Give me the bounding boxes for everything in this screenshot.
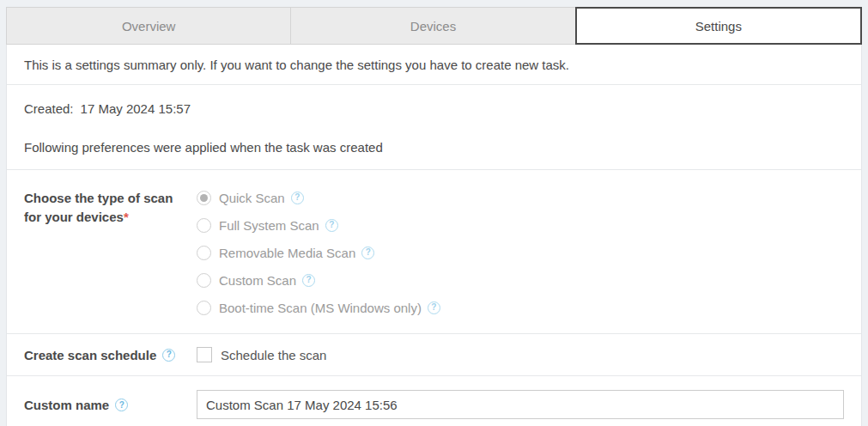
required-asterisk: * xyxy=(124,210,129,224)
settings-content: This is a settings summary only. If you … xyxy=(6,45,862,426)
settings-panel: Overview Devices Settings This is a sett… xyxy=(6,7,862,426)
scan-type-label: Choose the type of scan for your devices… xyxy=(24,189,197,316)
help-icon[interactable]: ? xyxy=(162,349,175,362)
help-icon[interactable]: ? xyxy=(428,301,440,314)
custom-name-label-group: Custom name ? xyxy=(24,390,197,412)
help-icon[interactable]: ? xyxy=(361,246,374,259)
custom-name-input[interactable] xyxy=(197,390,844,419)
preferences-note: Following preferences were applied when … xyxy=(24,140,844,155)
created-label: Created: xyxy=(24,101,74,116)
schedule-row: Create scan schedule ? Schedule the scan xyxy=(7,334,861,376)
radio-button[interactable] xyxy=(197,273,211,288)
help-icon[interactable]: ? xyxy=(325,219,338,232)
schedule-checkbox-label: Schedule the scan xyxy=(221,348,326,362)
radio-option-removable-media-scan[interactable]: Removable Media Scan ? xyxy=(197,244,440,261)
created-row: Created:17 May 2024 15:57 Following pref… xyxy=(7,85,861,170)
schedule-checkbox[interactable] xyxy=(197,347,212,362)
summary-note: This is a settings summary only. If you … xyxy=(24,58,569,72)
radio-dot xyxy=(200,194,208,202)
created-value: 17 May 2024 15:57 xyxy=(81,101,191,116)
tab-devices-label: Devices xyxy=(410,19,456,33)
tab-overview-label: Overview xyxy=(122,19,176,33)
radio-option-custom-scan[interactable]: Custom Scan ? xyxy=(197,271,440,289)
radio-label: Removable Media Scan xyxy=(219,246,355,260)
tab-overview[interactable]: Overview xyxy=(6,7,291,45)
radio-label: Quick Scan xyxy=(219,191,285,205)
tab-devices[interactable]: Devices xyxy=(290,7,575,45)
radio-option-boot-time-scan[interactable]: Boot-time Scan (MS Windows only) ? xyxy=(197,299,440,316)
radio-button[interactable] xyxy=(197,191,211,205)
tab-strip: Overview Devices Settings xyxy=(6,7,862,45)
custom-name-label: Custom name xyxy=(24,398,109,412)
tab-settings[interactable]: Settings xyxy=(575,7,862,45)
summary-note-row: This is a settings summary only. If you … xyxy=(7,45,861,85)
radio-option-quick-scan[interactable]: Quick Scan ? xyxy=(197,189,440,206)
radio-label: Full System Scan xyxy=(219,218,319,233)
created-line: Created:17 May 2024 15:57 xyxy=(24,101,844,116)
help-icon[interactable]: ? xyxy=(291,192,304,204)
scan-type-row: Choose the type of scan for your devices… xyxy=(7,170,861,334)
schedule-label-group: Create scan schedule ? xyxy=(24,348,197,362)
radio-button[interactable] xyxy=(197,246,211,260)
radio-label: Custom Scan xyxy=(219,273,296,288)
scan-type-options: Quick Scan ? Full System Scan ? Removabl… xyxy=(197,189,440,316)
schedule-label: Create scan schedule xyxy=(24,348,156,362)
radio-option-full-system-scan[interactable]: Full System Scan ? xyxy=(197,216,440,234)
help-icon[interactable]: ? xyxy=(302,274,315,287)
custom-name-row: Custom name ? xyxy=(7,376,861,419)
radio-button[interactable] xyxy=(197,218,211,233)
tab-settings-label: Settings xyxy=(695,19,742,33)
help-icon[interactable]: ? xyxy=(115,399,128,411)
radio-button[interactable] xyxy=(197,301,211,315)
radio-label: Boot-time Scan (MS Windows only) xyxy=(219,301,422,315)
